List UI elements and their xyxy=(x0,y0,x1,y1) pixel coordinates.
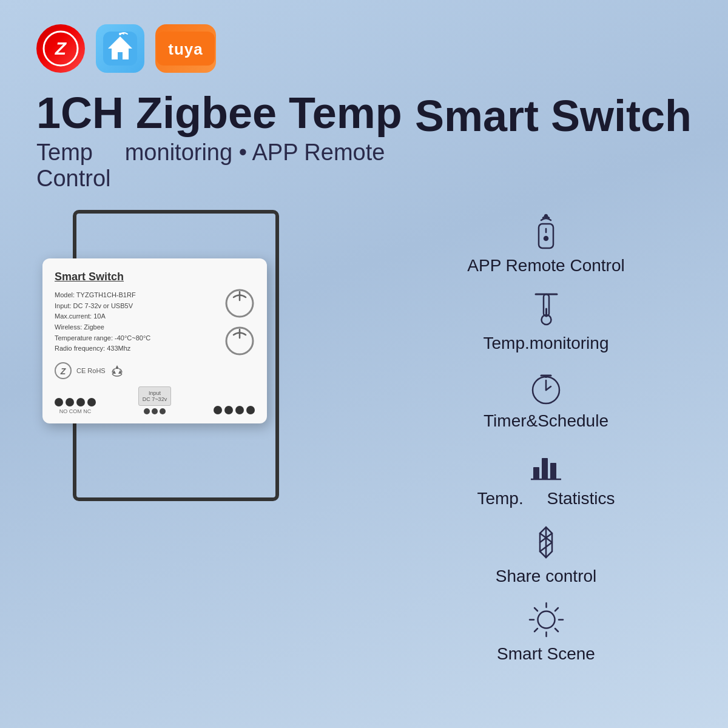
device-recycle-icon xyxy=(110,364,124,377)
spec-current: Max.current: 10A xyxy=(55,311,150,322)
svg-rect-27 xyxy=(533,467,539,479)
toggle-switch-1[interactable] xyxy=(224,288,255,318)
smarthome-logo xyxy=(96,24,144,73)
device-section: Smart Switch Model: TYZGTH1CH-B1RF Input… xyxy=(36,222,340,423)
svg-rect-28 xyxy=(542,458,548,479)
timer-icon xyxy=(525,365,567,408)
toggle-controls xyxy=(224,288,255,356)
spec-model: Model: TYZGTH1CH-B1RF xyxy=(55,290,150,301)
connector-dot-2 xyxy=(66,398,74,406)
connector-labels: NO COM NC xyxy=(55,408,96,414)
connector-group-left: NO COM NC xyxy=(55,398,96,414)
feature-app-remote: APP Remote Control xyxy=(400,210,692,275)
chart-icon xyxy=(525,443,567,485)
device-zigbee-icon: Z xyxy=(55,362,72,379)
svg-line-39 xyxy=(555,608,558,611)
connector-dots-row xyxy=(55,398,96,406)
device-bottom: NO COM NC Input DC 7~32v xyxy=(55,386,255,414)
spec-radio: Radio frequency: 433Mhz xyxy=(55,343,150,354)
title-section: 1CH Zigbee Temp Temp monitoring • APP Re… xyxy=(36,91,692,192)
header-logos: Z tuya xyxy=(36,24,692,73)
connector-small-group xyxy=(138,408,171,414)
svg-text:Z: Z xyxy=(60,366,66,376)
device-logos-row: Z CE RoHS xyxy=(55,362,255,379)
svg-point-32 xyxy=(538,611,554,628)
connector-dot-8 xyxy=(246,406,255,414)
features-section: APP Remote Control Temp.mo xyxy=(400,210,692,664)
small-dot-2 xyxy=(152,408,158,414)
svg-point-16 xyxy=(545,215,547,217)
toggle-switch-2[interactable] xyxy=(224,326,255,356)
input-voltage: DC 7~32v xyxy=(143,396,167,402)
feature-smart-scene-label: Smart Scene xyxy=(497,644,595,664)
device-ce-label: CE RoHS xyxy=(76,367,106,374)
feature-timer-label: Timer&Schedule xyxy=(484,411,608,431)
connector-group-right2 xyxy=(214,406,255,414)
feature-timer: Timer&Schedule xyxy=(400,365,692,431)
subtitle: Temp monitoring • APP Remote Control xyxy=(36,140,415,192)
device-specs: Model: TYZGTH1CH-B1RF Input: DC 7-32v or… xyxy=(55,290,150,354)
bluetooth-icon xyxy=(525,521,567,563)
main-title: 1CH Zigbee Temp xyxy=(36,91,415,135)
device-label: Smart Switch xyxy=(55,271,255,283)
feature-app-remote-label: APP Remote Control xyxy=(467,256,624,275)
svg-line-40 xyxy=(534,629,538,632)
connector-dot-6 xyxy=(224,406,233,414)
connector-dot-1 xyxy=(55,398,63,406)
input-label: Input xyxy=(143,390,167,396)
connector-dot-3 xyxy=(76,398,85,406)
device-body: Model: TYZGTH1CH-B1RF Input: DC 7-32v or… xyxy=(55,288,255,356)
spec-wireless: Wireless: Zigbee xyxy=(55,322,150,333)
svg-text:Z: Z xyxy=(55,38,67,58)
sun-icon xyxy=(525,598,567,641)
svg-line-37 xyxy=(534,608,538,611)
svg-point-4 xyxy=(119,33,121,35)
remote-icon xyxy=(525,210,567,252)
connector-dots-row2 xyxy=(214,406,255,414)
title-left: 1CH Zigbee Temp Temp monitoring • APP Re… xyxy=(36,91,415,192)
small-dot-1 xyxy=(144,408,150,414)
spec-input: Input: DC 7-32v or USB5V xyxy=(55,301,150,312)
svg-rect-29 xyxy=(550,463,556,479)
feature-share: Share control xyxy=(400,521,692,586)
zigbee-logo: Z xyxy=(36,24,85,73)
small-dot-3 xyxy=(160,408,166,414)
connector-dot-4 xyxy=(87,398,96,406)
device-box: Smart Switch Model: TYZGTH1CH-B1RF Input… xyxy=(42,258,267,423)
svg-point-15 xyxy=(544,237,548,240)
smart-switch-title: Smart Switch xyxy=(415,91,692,141)
feature-smart-scene: Smart Scene xyxy=(400,598,692,664)
page-wrapper: Z tuya 1CH Zigbee Temp xyxy=(0,0,728,728)
feature-share-label: Share control xyxy=(496,567,597,586)
content-area: Smart Switch Model: TYZGTH1CH-B1RF Input… xyxy=(36,222,692,664)
tuya-logo: tuya xyxy=(155,24,216,73)
feature-temp-stats: Temp. Statistics xyxy=(400,443,692,508)
svg-line-38 xyxy=(555,629,558,632)
svg-text:tuya: tuya xyxy=(168,40,203,58)
feature-temp-stats-label: Temp. Statistics xyxy=(477,489,615,508)
subtitle-text: Temp monitoring • APP Remote Control xyxy=(36,140,385,191)
spec-temp-range: Temperature range: -40°C~80°C xyxy=(55,333,150,344)
connector-input-block: Input DC 7~32v xyxy=(138,386,171,406)
feature-temp-monitoring: Temp.monitoring xyxy=(400,288,692,353)
feature-temp-monitoring-label: Temp.monitoring xyxy=(484,334,609,353)
connector-dot-5 xyxy=(214,406,222,414)
connector-dot-7 xyxy=(235,406,244,414)
thermometer-icon xyxy=(525,288,567,330)
connector-group-right: Input DC 7~32v xyxy=(138,386,171,414)
